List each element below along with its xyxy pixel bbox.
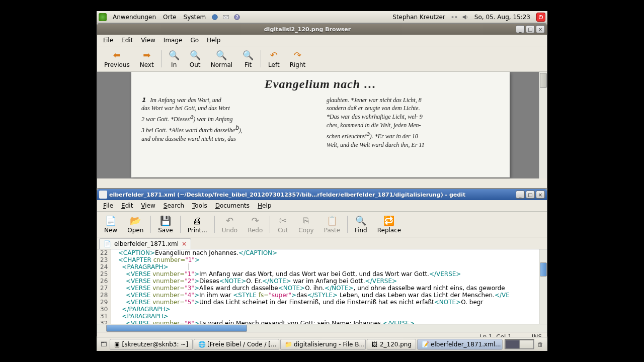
help-icon[interactable]: ? (233, 13, 241, 21)
image-viewer-menubar: File Edit View Image Go Help (97, 35, 547, 46)
menu-system[interactable]: System (181, 13, 209, 22)
menu-go[interactable]: Go (186, 36, 203, 45)
menu-file[interactable]: File (99, 36, 117, 45)
editor-area[interactable]: 2223242526272829303132 <CAPTION>Evangeli… (97, 249, 547, 324)
maximize-button[interactable]: □ (526, 191, 535, 199)
svg-point-0 (212, 14, 218, 20)
save-button[interactable]: 💾Save (153, 214, 178, 235)
taskbar-item-image[interactable]: 🖼2_120.png (367, 339, 416, 350)
redo-button: ↷Redo (243, 214, 268, 235)
svg-rect-5 (455, 16, 457, 18)
paste-button: 📋Paste (319, 214, 345, 235)
editor-hscrollbar[interactable] (97, 324, 547, 332)
cut-button: ✂Cut (272, 214, 293, 235)
network-icon[interactable] (450, 13, 458, 21)
find-icon: 🔍 (355, 215, 366, 226)
minimize-button[interactable]: _ (516, 25, 525, 33)
print-icon: 🖨 (192, 215, 203, 226)
image-viewer-window: digitalisi2_120.png Browser _ □ × File E… (97, 23, 547, 189)
menu-tools[interactable]: Tools (188, 201, 211, 210)
menu-help[interactable]: Help (203, 36, 224, 45)
next-button[interactable]: ➡Next (135, 48, 159, 69)
trash-icon[interactable]: 🗑 (536, 340, 544, 348)
gedit-app-icon (99, 191, 107, 199)
image-canvas[interactable]: Evangelium nach … 1 Im Anfang war das Wo… (97, 72, 547, 178)
maximize-button[interactable]: □ (526, 25, 535, 33)
new-file-icon: 📄 (105, 215, 116, 226)
image-viewer-toolbar: ⬅Previous ➡Next 🔍In 🔍Out 🔍Normal 🔍Fit ↶L… (97, 46, 547, 72)
file-icon: 📄 (104, 240, 111, 247)
menu-image[interactable]: Image (159, 36, 187, 45)
menu-applications[interactable]: Anwendungen (110, 13, 159, 22)
svg-text:?: ? (235, 14, 238, 20)
open-button[interactable]: 📂Open (122, 214, 148, 235)
arrow-right-icon: ➡ (141, 49, 152, 60)
replace-icon: 🔁 (383, 215, 394, 226)
editor-vscrollbar[interactable] (539, 249, 547, 324)
undo-icon: ↶ (224, 215, 235, 226)
mail-icon[interactable] (222, 13, 230, 21)
browser-icon[interactable] (211, 13, 219, 21)
zoom-normal-icon: 🔍 (216, 49, 227, 60)
undo-button: ↶Undo (217, 214, 243, 235)
rotate-left-icon: ↶ (268, 49, 279, 60)
zoom-fit-icon: 🔍 (243, 49, 254, 60)
tab-label: elberfelder_1871.xml (114, 240, 179, 247)
zoom-out-button[interactable]: 🔍Out (185, 48, 206, 69)
document-tab[interactable]: 📄 elberfelder_1871.xml × (99, 238, 191, 249)
replace-button[interactable]: 🔁Replace (372, 214, 406, 235)
menu-places[interactable]: Orte (160, 13, 179, 22)
menu-view[interactable]: View (137, 201, 159, 210)
vertical-scrollbar[interactable] (539, 72, 547, 178)
zoom-normal-button[interactable]: 🔍Normal (206, 48, 237, 69)
zoom-fit-button[interactable]: 🔍Fit (237, 48, 259, 69)
gedit-titlebar[interactable]: elberfelder_1871.xml (~/Desktop/freie_bi… (97, 189, 547, 200)
shutdown-button[interactable] (536, 13, 545, 22)
show-desktop-icon[interactable]: 🗔 (100, 340, 108, 348)
new-button[interactable]: 📄New (99, 214, 122, 235)
zoom-in-icon: 🔍 (169, 49, 180, 60)
menu-documents[interactable]: Documents (211, 201, 254, 210)
menu-file[interactable]: File (99, 201, 117, 210)
menu-search[interactable]: Search (159, 201, 188, 210)
copy-icon: ⎘ (300, 215, 311, 226)
code-content[interactable]: <CAPTION>Evangelium nach Johannes.</CAPT… (111, 249, 547, 324)
volume-icon[interactable] (461, 13, 469, 21)
menu-view[interactable]: View (137, 36, 159, 45)
gnome-bottom-panel: 🗔 ▣[skreutzer@sknb3: ~] 🌐[Freie Bibel / … (97, 337, 547, 351)
menu-edit[interactable]: Edit (117, 36, 137, 45)
taskbar-item-browser[interactable]: 🌐[Freie Bibel / Code / [... (194, 339, 279, 350)
tab-close-icon[interactable]: × (182, 240, 187, 247)
taskbar-item-gedit[interactable]: 📝elberfelder_1871.xml... (417, 339, 503, 350)
find-button[interactable]: 🔍Find (350, 214, 372, 235)
zoom-in-button[interactable]: 🔍In (164, 48, 185, 69)
line-numbers: 2223242526272829303132 (97, 249, 111, 324)
workspace-switcher[interactable] (505, 339, 534, 349)
image-icon: 🖼 (371, 341, 378, 348)
image-viewer-titlebar[interactable]: digitalisi2_120.png Browser _ □ × (97, 24, 547, 35)
scanned-page: Evangelium nach … 1 Im Anfang war das Wo… (131, 72, 510, 177)
menu-help[interactable]: Help (254, 201, 275, 210)
terminal-icon: ▣ (114, 341, 120, 348)
minimize-button[interactable]: _ (516, 191, 525, 199)
cut-icon: ✂ (277, 215, 288, 226)
copy-button: ⎘Copy (293, 214, 318, 235)
main-menu-icon[interactable] (99, 13, 107, 21)
print-button[interactable]: 🖨Print... (183, 214, 212, 235)
rotate-left-button[interactable]: ↶Left (263, 48, 285, 69)
prev-button[interactable]: ⬅Previous (99, 48, 135, 69)
gedit-window: elberfelder_1871.xml (~/Desktop/freie_bi… (97, 189, 547, 336)
folder-icon: 📁 (285, 341, 292, 348)
close-button[interactable]: × (536, 191, 545, 199)
taskbar-item-terminal[interactable]: ▣[skreutzer@sknb3: ~] (110, 339, 193, 350)
close-button[interactable]: × (536, 25, 545, 33)
taskbar-item-files[interactable]: 📁digitalisierung - File B... (280, 339, 366, 350)
rotate-right-button[interactable]: ↷Right (285, 48, 311, 69)
gedit-menubar: File Edit View Search Tools Documents He… (97, 200, 547, 212)
zoom-out-icon: 🔍 (190, 49, 201, 60)
user-name[interactable]: Stephan Kreutzer (389, 13, 448, 22)
paste-icon: 📋 (327, 215, 338, 226)
globe-icon: 🌐 (198, 341, 205, 348)
clock[interactable]: So, 05. Aug, 15:23 (471, 13, 533, 22)
menu-edit[interactable]: Edit (117, 201, 137, 210)
